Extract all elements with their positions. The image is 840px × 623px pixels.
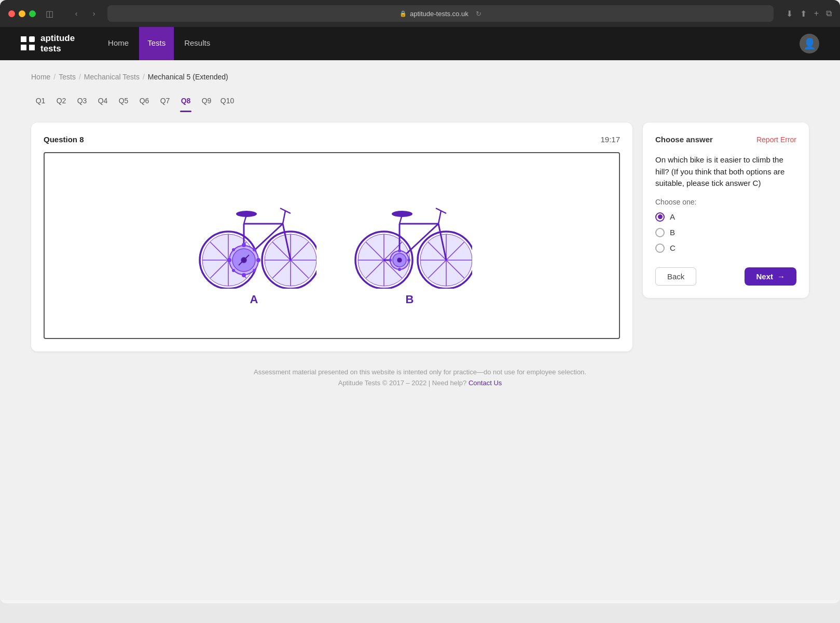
tab-q8[interactable]: Q8 bbox=[176, 91, 195, 110]
download-icon[interactable]: ⬇ bbox=[786, 9, 793, 19]
footer-disclaimer: Assessment material presented on this we… bbox=[42, 368, 798, 376]
tab-manager-icon[interactable]: ⧉ bbox=[826, 9, 832, 19]
svg-point-23 bbox=[236, 211, 257, 217]
nav-results[interactable]: Results bbox=[176, 27, 218, 60]
breadcrumb-sep-1: / bbox=[53, 73, 56, 81]
address-bar[interactable]: 🔒 aptitude-tests.co.uk ↻ bbox=[107, 5, 774, 22]
svg-point-66 bbox=[407, 259, 410, 262]
question-number: Question 8 bbox=[44, 135, 84, 144]
answer-title: Choose answer bbox=[655, 135, 713, 144]
bike-b: B bbox=[348, 185, 472, 306]
svg-point-29 bbox=[227, 258, 231, 262]
svg-point-33 bbox=[232, 269, 235, 272]
svg-point-64 bbox=[398, 268, 401, 271]
svg-point-65 bbox=[389, 259, 392, 262]
question-header: Question 8 19:17 bbox=[44, 135, 620, 144]
question-timer: 19:17 bbox=[600, 135, 620, 144]
nav-links: Home Tests Results bbox=[100, 27, 783, 60]
close-button[interactable] bbox=[8, 10, 15, 17]
app-container: aptitude tests Home Tests Results 👤 Home… bbox=[0, 27, 840, 603]
svg-line-56 bbox=[438, 211, 441, 224]
choose-one-label: Choose one: bbox=[655, 198, 796, 206]
report-error-link[interactable]: Report Error bbox=[756, 136, 796, 144]
breadcrumb: Home / Tests / Mechanical Tests / Mechan… bbox=[31, 73, 809, 81]
footer: Assessment material presented on this we… bbox=[31, 351, 809, 397]
tab-q2[interactable]: Q2 bbox=[52, 91, 71, 110]
sidebar-toggle-button[interactable]: ◫ bbox=[42, 6, 57, 21]
next-arrow-icon: → bbox=[777, 272, 785, 281]
reload-icon[interactable]: ↻ bbox=[476, 10, 481, 18]
nav-tests[interactable]: Tests bbox=[139, 27, 174, 60]
forward-nav-button[interactable]: › bbox=[87, 6, 101, 21]
traffic-lights bbox=[8, 10, 36, 17]
nav-home[interactable]: Home bbox=[100, 27, 137, 60]
bike-a-label: A bbox=[250, 293, 258, 306]
answer-question-text: On which bike is it easier to climb the … bbox=[655, 154, 796, 189]
option-c[interactable]: C bbox=[655, 243, 796, 253]
radio-a[interactable] bbox=[655, 212, 665, 222]
bikes-container: A bbox=[192, 185, 472, 306]
new-tab-icon[interactable]: + bbox=[814, 9, 819, 19]
radio-b[interactable] bbox=[655, 228, 665, 237]
lock-icon: 🔒 bbox=[400, 10, 407, 17]
share-icon[interactable]: ⬆ bbox=[800, 9, 807, 19]
footer-copyright: Aptitude Tests © 2017 – 2022 | Need help… bbox=[42, 379, 798, 387]
option-b-label: B bbox=[670, 228, 675, 237]
back-nav-button[interactable]: ‹ bbox=[69, 6, 84, 21]
answer-actions: Back Next → bbox=[655, 267, 796, 286]
tab-q9[interactable]: Q9 bbox=[197, 91, 216, 110]
radio-options: A B C bbox=[655, 212, 796, 253]
question-image-frame: A bbox=[44, 152, 620, 339]
bike-b-label: B bbox=[406, 293, 414, 306]
tab-q5[interactable]: Q5 bbox=[114, 91, 133, 110]
option-c-label: C bbox=[670, 243, 676, 252]
option-a-label: A bbox=[670, 212, 675, 221]
svg-point-31 bbox=[232, 248, 235, 251]
svg-line-20 bbox=[283, 211, 285, 224]
breadcrumb-home[interactable]: Home bbox=[31, 73, 50, 81]
bike-b-svg bbox=[348, 185, 472, 289]
logo: aptitude tests bbox=[21, 33, 75, 55]
bike-a-svg bbox=[192, 185, 316, 289]
breadcrumb-tests[interactable]: Tests bbox=[59, 73, 76, 81]
tab-q3[interactable]: Q3 bbox=[73, 91, 91, 110]
tab-q6[interactable]: Q6 bbox=[135, 91, 154, 110]
svg-point-59 bbox=[392, 211, 412, 217]
minimize-button[interactable] bbox=[19, 10, 25, 17]
svg-point-34 bbox=[253, 269, 256, 272]
browser-actions: ⬇ ⬆ + ⧉ bbox=[786, 9, 832, 19]
logo-text: aptitude tests bbox=[40, 33, 75, 55]
svg-point-27 bbox=[242, 243, 246, 247]
tab-q7[interactable]: Q7 bbox=[156, 91, 174, 110]
browser-chrome: ◫ ‹ › 🔒 aptitude-tests.co.uk ↻ ⬇ ⬆ + ⧉ bbox=[0, 0, 840, 27]
svg-point-30 bbox=[256, 258, 260, 262]
logo-icon bbox=[21, 36, 35, 51]
avatar-icon: 👤 bbox=[803, 37, 816, 50]
svg-point-63 bbox=[398, 249, 401, 252]
answer-panel: Choose answer Report Error On which bike… bbox=[643, 123, 809, 298]
url-text: aptitude-tests.co.uk bbox=[410, 10, 469, 18]
back-button[interactable]: Back bbox=[655, 267, 696, 286]
answer-header: Choose answer Report Error bbox=[655, 135, 796, 144]
option-a[interactable]: A bbox=[655, 212, 796, 222]
breadcrumb-current: Mechanical 5 (Extended) bbox=[148, 73, 228, 81]
user-avatar[interactable]: 👤 bbox=[800, 34, 819, 53]
navbar: aptitude tests Home Tests Results 👤 bbox=[0, 27, 840, 60]
breadcrumb-mechanical-tests[interactable]: Mechanical Tests bbox=[84, 73, 140, 81]
svg-point-28 bbox=[242, 273, 246, 277]
radio-c[interactable] bbox=[655, 243, 665, 253]
svg-point-32 bbox=[253, 248, 256, 251]
bike-a: A bbox=[192, 185, 316, 306]
next-label: Next bbox=[756, 272, 773, 281]
maximize-button[interactable] bbox=[29, 10, 36, 17]
contact-us-link[interactable]: Contact Us bbox=[469, 379, 502, 387]
breadcrumb-sep-2: / bbox=[79, 73, 81, 81]
tab-q1[interactable]: Q1 bbox=[31, 91, 50, 110]
page-content: Home / Tests / Mechanical Tests / Mechan… bbox=[0, 60, 840, 600]
question-panel: Question 8 19:17 bbox=[31, 123, 632, 351]
next-button[interactable]: Next → bbox=[745, 267, 796, 286]
question-tabs: Q1 Q2 Q3 Q4 Q5 Q6 Q7 Q8 Q9 Q10 bbox=[31, 91, 809, 110]
tab-q4[interactable]: Q4 bbox=[93, 91, 112, 110]
option-b[interactable]: B bbox=[655, 228, 796, 237]
tab-q10[interactable]: Q10 bbox=[218, 91, 237, 110]
